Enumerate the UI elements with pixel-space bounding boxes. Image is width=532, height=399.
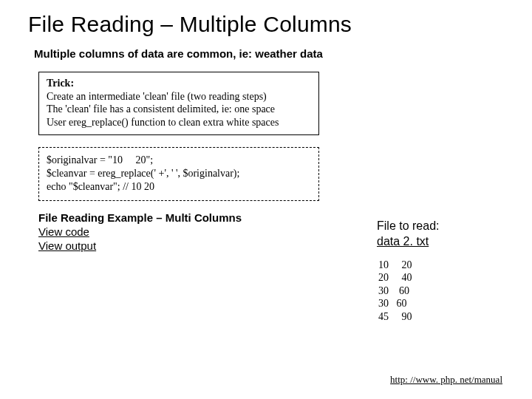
file-to-read-label: File to read: (377, 219, 439, 232)
slide-title: File Reading – Multiple Columns (28, 12, 504, 37)
trick-line: User ereg_replace() function to clean ex… (47, 117, 279, 128)
trick-label: Trick: (47, 78, 74, 89)
file-contents: 10 20 20 40 30 60 30 60 45 90 (378, 259, 510, 324)
footer-manual-link[interactable]: http: //www. php. net/manual (390, 374, 502, 386)
code-box: $originalvar = "10 20"; $cleanvar = ereg… (38, 147, 319, 201)
slide-subtitle: Multiple columns of data are common, ie:… (34, 47, 504, 60)
file-preview: File to read: data 2. txt 10 20 20 40 30… (377, 219, 510, 323)
view-output-link[interactable]: View output (38, 239, 96, 252)
trick-box: Trick: Create an intermediate 'clean' fi… (38, 72, 319, 135)
trick-line: Create an intermediate 'clean' file (two… (47, 91, 267, 102)
view-code-link[interactable]: View code (38, 225, 89, 238)
file-name-link[interactable]: data 2. txt (377, 235, 429, 248)
trick-line: The 'clean' file has a consistent delimi… (47, 103, 275, 115)
